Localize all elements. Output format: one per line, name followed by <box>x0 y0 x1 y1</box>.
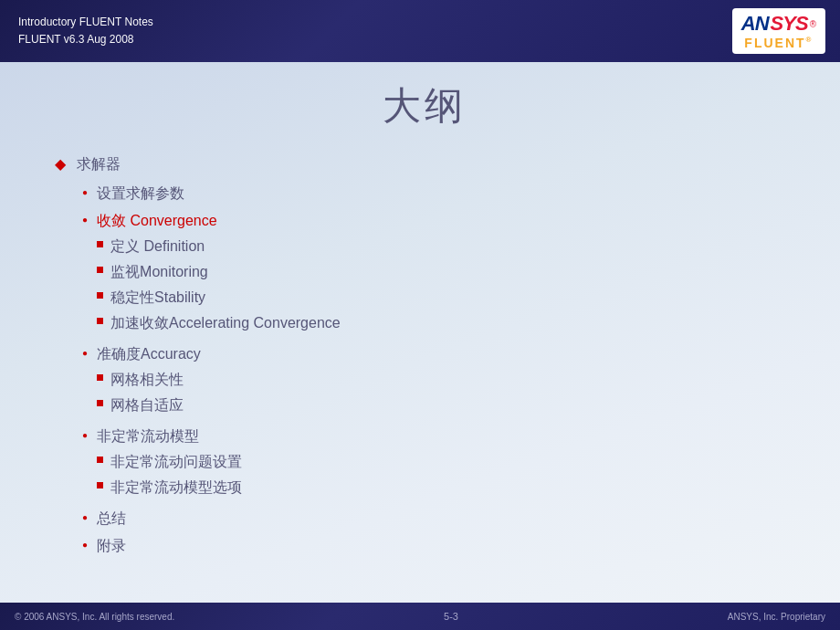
header-line1: Introductory FLUENT Notes <box>18 14 153 31</box>
ansys-logo-top: ANSYS® <box>741 12 816 36</box>
list-item: 监视Monitoring <box>97 261 341 283</box>
bullet-square-icon <box>97 241 103 247</box>
bullet-square-icon <box>97 267 103 273</box>
convergence-sublist: 定义 Definition 监视Monitoring 稳定性Stability … <box>97 236 341 334</box>
list-item: 定义 Definition <box>97 236 341 257</box>
item-text-grid-dep: 网格相关性 <box>110 369 184 391</box>
bullet-circle-icon: ● <box>82 348 88 358</box>
item-text-setup: 设置求解参数 <box>97 183 184 205</box>
logo-fluent-registered: ® <box>806 36 814 44</box>
footer-page-number: 5-3 <box>444 611 458 622</box>
list-item: 稳定性Stability <box>97 287 341 309</box>
list-item: ● 总结 <box>55 508 794 530</box>
logo-registered: ® <box>810 19 816 29</box>
footer-proprietary: ANSYS, Inc. Proprietary <box>728 612 825 622</box>
item-text-grid-adapt: 网格自适应 <box>110 394 184 416</box>
accuracy-sublist: 网格相关性 网格自适应 <box>97 369 201 416</box>
item-text-accelerating: 加速收敛Accelerating Convergence <box>110 312 341 334</box>
ansys-logo: ANSYS® FLUENT® <box>732 8 825 54</box>
logo-an: AN <box>741 12 769 36</box>
bullet-square-icon <box>97 292 103 299</box>
bullet-square-icon <box>97 374 103 381</box>
logo-fluent-text: FLUENT <box>744 36 805 50</box>
list-item: ● 收敛 Convergence 定义 Definition 监视Monitor… <box>55 210 794 338</box>
unsteady-group: 非定常流动模型 非定常流动问题设置 非定常流动模型选项 <box>97 425 242 502</box>
bullet-circle-icon: ● <box>82 540 88 550</box>
footer-copyright: © 2006 ANSYS, Inc. All rights reserved. <box>15 612 174 622</box>
unsteady-sublist: 非定常流动问题设置 非定常流动模型选项 <box>97 451 242 499</box>
convergence-group: 收敛 Convergence 定义 Definition 监视Monitorin… <box>97 210 341 338</box>
bullet-circle-icon: ● <box>82 187 88 197</box>
list-item: 网格自适应 <box>97 394 201 416</box>
list-item: 加速收敛Accelerating Convergence <box>97 312 341 334</box>
bullet-diamond-icon: ◆ <box>55 155 66 173</box>
item-text-monitoring: 监视Monitoring <box>110 261 208 283</box>
list-item: ● 非定常流动模型 非定常流动问题设置 非定常流动模型选项 <box>55 425 794 502</box>
bullet-circle-icon: ● <box>82 430 88 440</box>
bullet-circle-icon: ● <box>82 215 88 225</box>
bullet-circle-icon: ● <box>82 512 88 522</box>
header-text: Introductory FLUENT Notes FLUENT v6.3 Au… <box>18 14 153 48</box>
bullet-square-icon <box>97 482 103 488</box>
logo-sys: SYS <box>771 12 808 36</box>
item-text-definition: 定义 Definition <box>110 236 205 257</box>
list-item: ● 附录 <box>55 535 794 557</box>
list-item: 网格相关性 <box>97 369 201 391</box>
list-item: ◆ 求解器 <box>55 153 794 175</box>
page-title: 大纲 <box>55 80 794 131</box>
bullet-square-icon <box>97 457 103 463</box>
item-text-unsteady-options: 非定常流动模型选项 <box>110 477 242 499</box>
header-line2: FLUENT v6.3 Aug 2008 <box>18 31 153 48</box>
list-item: 非定常流动问题设置 <box>97 451 242 473</box>
list-item: 非定常流动模型选项 <box>97 477 242 499</box>
main-content: 大纲 ◆ 求解器 ● 设置求解参数 ● 收敛 Convergence 定义 De… <box>0 62 840 603</box>
item-text-unsteady: 非定常流动模型 <box>97 428 199 444</box>
bullet-square-icon <box>97 318 103 324</box>
item-text-unsteady-problem: 非定常流动问题设置 <box>110 451 242 473</box>
list-item: ● 准确度Accuracy 网格相关性 网格自适应 <box>55 343 794 420</box>
list-item: ● 设置求解参数 <box>55 183 794 205</box>
item-text-stability: 稳定性Stability <box>110 287 205 309</box>
item-text-appendix: 附录 <box>97 535 126 557</box>
outline-list: ◆ 求解器 ● 设置求解参数 ● 收敛 Convergence 定义 Defin… <box>55 153 794 557</box>
item-text-accuracy: 准确度Accuracy <box>97 346 201 362</box>
logo-fluent: FLUENT® <box>744 36 813 50</box>
footer: © 2006 ANSYS, Inc. All rights reserved. … <box>0 603 840 630</box>
item-text-summary: 总结 <box>97 508 126 530</box>
bullet-square-icon <box>97 400 103 406</box>
header-bar: Introductory FLUENT Notes FLUENT v6.3 Au… <box>0 0 840 62</box>
item-text-solver: 求解器 <box>77 153 121 175</box>
item-text-convergence: 收敛 Convergence <box>97 213 217 228</box>
accuracy-group: 准确度Accuracy 网格相关性 网格自适应 <box>97 343 201 420</box>
